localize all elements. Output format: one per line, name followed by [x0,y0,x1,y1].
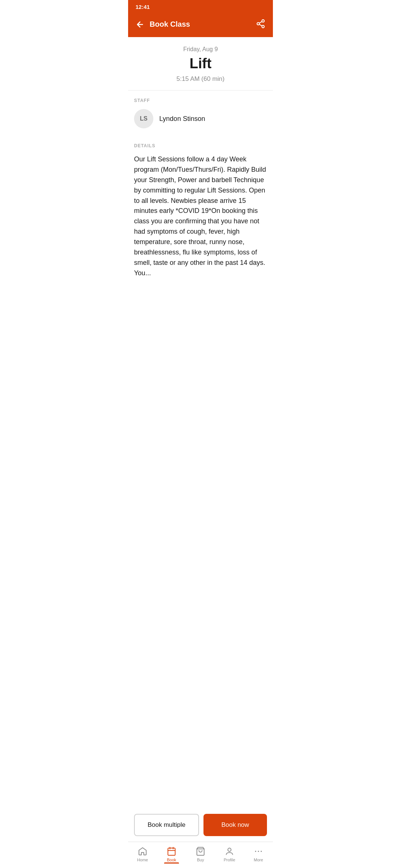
details-text: Our Lift Sessions follow a 4 day Week pr… [134,154,267,279]
details-section: DETAILS Our Lift Sessions follow a 4 day… [128,136,273,282]
class-date: Friday, Aug 9 [134,46,267,53]
status-bar: 12:41 [128,0,273,13]
staff-avatar: LS [134,109,153,128]
staff-section: STAFF LS Lyndon Stinson [128,91,273,136]
class-name: Lift [134,56,267,72]
share-button[interactable] [254,17,267,31]
svg-line-3 [259,24,262,26]
details-label: DETAILS [134,143,267,148]
share-icon [256,19,265,29]
back-button[interactable] [134,19,146,30]
back-arrow-icon [136,20,144,29]
top-nav: Book Class [128,13,273,37]
staff-label: STAFF [134,98,267,103]
svg-line-4 [259,22,262,23]
staff-row: LS Lyndon Stinson [134,109,267,128]
svg-point-2 [262,25,264,28]
top-nav-left: Book Class [134,19,190,30]
class-info: Friday, Aug 9 Lift 5:15 AM (60 min) [128,37,273,91]
staff-name: Lyndon Stinson [159,115,205,123]
class-time: 5:15 AM (60 min) [134,75,267,83]
svg-point-1 [257,23,260,25]
svg-point-0 [262,20,264,22]
status-time: 12:41 [136,4,150,10]
page-title: Book Class [150,20,190,29]
